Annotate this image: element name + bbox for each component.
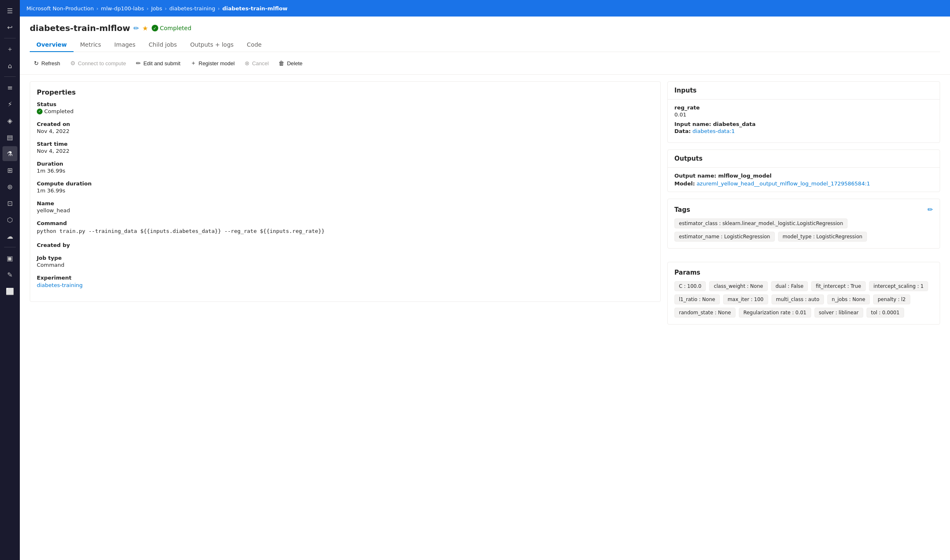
prop-created-by-label: Created by bbox=[37, 242, 654, 248]
breadcrumb-workspace[interactable]: mlw-dp100-labs bbox=[101, 5, 144, 12]
prop-compute-label: Compute duration bbox=[37, 180, 654, 187]
model-label: Model: bbox=[674, 180, 695, 187]
reg-rate-label: reg_rate bbox=[674, 104, 933, 111]
outputs-body: Output name: mlflow_log_model Model: azu… bbox=[668, 168, 940, 192]
breadcrumb-sep-4: › bbox=[218, 5, 220, 12]
connect-label: Connect to compute bbox=[78, 60, 126, 66]
params-body: C : 100.0class_weight : Nonedual : False… bbox=[674, 281, 933, 318]
tags-header-row: Tags ✏ bbox=[674, 206, 933, 214]
tab-overview[interactable]: Overview bbox=[30, 38, 74, 52]
refresh-button[interactable]: ↻ Refresh bbox=[30, 57, 64, 69]
sidebar-icon-cloud[interactable]: ☁ bbox=[2, 229, 17, 244]
tab-metrics[interactable]: Metrics bbox=[74, 38, 108, 52]
status-dot bbox=[152, 25, 158, 31]
sidebar: ☰ ↩ ＋ ⌂ ≡ ⚡ ◈ ▤ ⚗ ⊞ ⊛ ⊡ ⬡ ☁ ▣ ✎ ⬜ bbox=[0, 0, 20, 560]
prop-created: Created on Nov 4, 2022 bbox=[37, 121, 654, 134]
title-row: diabetes-train-mlflow ✏ ★ Completed bbox=[30, 23, 940, 33]
inputs-card: Inputs reg_rate 0.01 Input name: diabete… bbox=[667, 81, 940, 143]
sidebar-icon-stack[interactable]: ⊡ bbox=[2, 196, 17, 211]
prop-name: Name yellow_head bbox=[37, 200, 654, 214]
sidebar-icon-menu[interactable]: ☰ bbox=[2, 3, 17, 18]
tag-chip: estimator_name : LogisticRegression bbox=[674, 232, 775, 242]
tag-chip: model_type : LogisticRegression bbox=[778, 232, 867, 242]
body-layout: Properties Status Completed Created on N… bbox=[20, 75, 950, 338]
sidebar-icon-dashboard[interactable]: ⊞ bbox=[2, 163, 17, 178]
tab-outputs-logs[interactable]: Outputs + logs bbox=[183, 38, 240, 52]
sidebar-icon-chart[interactable]: ⚡ bbox=[2, 97, 17, 112]
sidebar-icon-add[interactable]: ＋ bbox=[2, 42, 17, 57]
sidebar-icon-monitor[interactable]: ▣ bbox=[2, 251, 17, 266]
prop-experiment: Experiment diabetes-training bbox=[37, 275, 654, 288]
param-chip: Regularization rate : 0.01 bbox=[739, 308, 811, 318]
breadcrumb-jobs[interactable]: Jobs bbox=[151, 5, 162, 12]
prop-command-label: Command bbox=[37, 220, 654, 226]
toolbar: ↻ Refresh ⚙ Connect to compute ✏ Edit an… bbox=[20, 52, 950, 75]
params-title: Params bbox=[674, 269, 933, 276]
data-link[interactable]: diabetes-data:1 bbox=[693, 128, 735, 134]
param-chip: class_weight : None bbox=[709, 281, 767, 291]
edit-label: Edit and submit bbox=[143, 60, 181, 66]
sidebar-icon-box[interactable]: ⬡ bbox=[2, 212, 17, 227]
input-name-label: Input name: diabetes_data bbox=[674, 121, 933, 127]
status-text: Completed bbox=[160, 25, 191, 31]
model-value[interactable]: azureml_yellow_head__output_mlflow_log_m… bbox=[697, 180, 870, 187]
prop-experiment-value[interactable]: diabetes-training bbox=[37, 282, 83, 288]
prop-duration: Duration 1m 36.99s bbox=[37, 161, 654, 174]
connect-compute-button[interactable]: ⚙ Connect to compute bbox=[66, 57, 130, 69]
register-label: Register model bbox=[199, 60, 235, 66]
tags-body: estimator_class : sklearn.linear_model._… bbox=[674, 218, 933, 242]
main-content: Microsoft Non-Production › mlw-dp100-lab… bbox=[20, 0, 950, 560]
breadcrumb-experiment[interactable]: diabetes-training bbox=[169, 5, 215, 12]
prop-name-value: yellow_head bbox=[37, 207, 654, 214]
sidebar-icon-square[interactable]: ⬜ bbox=[2, 284, 17, 299]
sidebar-icon-list[interactable]: ≡ bbox=[2, 80, 17, 95]
sidebar-icon-data[interactable]: ⊛ bbox=[2, 179, 17, 194]
properties-title: Properties bbox=[37, 88, 654, 96]
param-chip: max_iter : 100 bbox=[723, 294, 768, 304]
sidebar-icon-compute[interactable]: ▤ bbox=[2, 130, 17, 145]
tags-card: Tags ✏ estimator_class : sklearn.linear_… bbox=[667, 199, 940, 249]
param-chip: solver : liblinear bbox=[814, 308, 863, 318]
page-title: diabetes-train-mlflow bbox=[30, 23, 130, 33]
breadcrumb-tenant[interactable]: Microsoft Non-Production bbox=[26, 5, 94, 12]
inputs-title: Inputs bbox=[668, 82, 940, 100]
param-chip: intercept_scaling : 1 bbox=[869, 281, 928, 291]
delete-button[interactable]: 🗑 Delete bbox=[274, 57, 307, 69]
param-chip: n_jobs : None bbox=[827, 294, 870, 304]
tab-images[interactable]: Images bbox=[108, 38, 142, 52]
cancel-label: Cancel bbox=[252, 60, 269, 66]
sidebar-icon-home[interactable]: ⌂ bbox=[2, 58, 17, 73]
connect-icon: ⚙ bbox=[70, 60, 76, 66]
param-chip: fit_intercept : True bbox=[811, 281, 865, 291]
register-model-button[interactable]: ＋ Register model bbox=[186, 57, 239, 69]
prop-duration-value: 1m 36.99s bbox=[37, 168, 654, 174]
delete-icon: 🗑 bbox=[279, 60, 284, 66]
edit-submit-button[interactable]: ✏ Edit and submit bbox=[132, 57, 185, 69]
cancel-icon: ⊗ bbox=[245, 60, 250, 66]
sidebar-icon-pencil[interactable]: ✎ bbox=[2, 267, 17, 282]
tags-edit-icon[interactable]: ✏ bbox=[928, 206, 933, 214]
reg-rate-row: reg_rate 0.01 bbox=[674, 104, 933, 118]
tabs: Overview Metrics Images Child jobs Outpu… bbox=[30, 38, 940, 52]
sidebar-icon-back[interactable]: ↩ bbox=[2, 20, 17, 35]
prop-job-type-value: Command bbox=[37, 262, 654, 268]
tab-child-jobs[interactable]: Child jobs bbox=[142, 38, 183, 52]
sidebar-icon-network[interactable]: ◈ bbox=[2, 113, 17, 128]
favorite-icon[interactable]: ★ bbox=[142, 24, 148, 32]
outputs-card: Outputs Output name: mlflow_log_model Mo… bbox=[667, 149, 940, 192]
sidebar-divider-3 bbox=[4, 247, 16, 247]
breadcrumb-sep-1: › bbox=[96, 5, 98, 12]
prop-status-value-row: Completed bbox=[37, 108, 654, 114]
edit-icon: ✏ bbox=[136, 60, 141, 66]
status-badge: Completed bbox=[152, 25, 191, 31]
tab-code[interactable]: Code bbox=[240, 38, 268, 52]
cancel-button[interactable]: ⊗ Cancel bbox=[240, 57, 273, 69]
data-label: Data: bbox=[674, 128, 691, 134]
sidebar-icon-lab[interactable]: ⚗ bbox=[2, 146, 17, 161]
sidebar-divider-2 bbox=[4, 76, 16, 77]
prop-status: Status Completed bbox=[37, 101, 654, 114]
title-edit-icon[interactable]: ✏ bbox=[133, 24, 139, 32]
prop-name-label: Name bbox=[37, 200, 654, 206]
param-chip: dual : False bbox=[771, 281, 808, 291]
right-panel: Inputs reg_rate 0.01 Input name: diabete… bbox=[667, 81, 940, 331]
